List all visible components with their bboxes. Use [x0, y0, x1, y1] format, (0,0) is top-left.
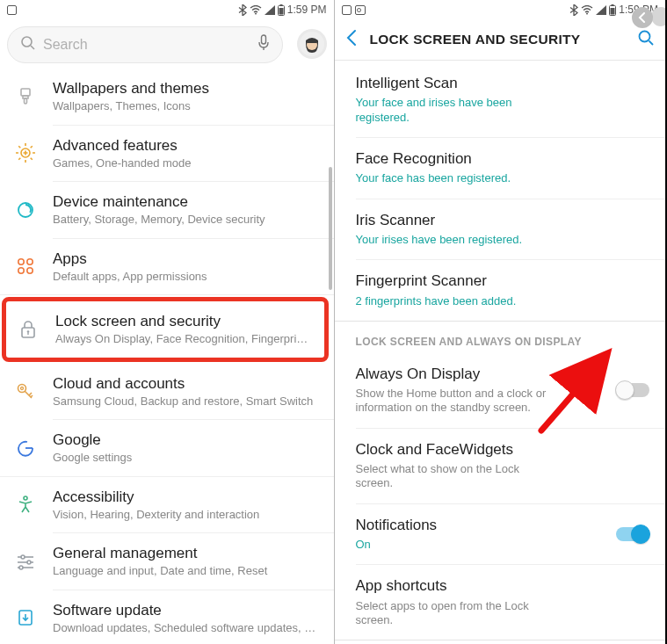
svg-rect-38: [611, 8, 615, 15]
highlight-lock-screen: Lock screen and security Always On Displ…: [2, 297, 329, 362]
settings-list: Wallpapers and themes Wallpapers, Themes…: [0, 69, 334, 644]
security-list: Intelligent Scan Your face and irises ha…: [335, 61, 666, 644]
status-time: 1:59 PM: [287, 4, 327, 16]
back-icon[interactable]: [345, 29, 358, 50]
svg-point-18: [18, 268, 24, 273]
item-title: Wallpapers and themes: [53, 79, 322, 98]
item-title: Advanced features: [53, 136, 322, 155]
svg-point-17: [27, 259, 33, 264]
section-header-lockscreen: LOCK SCREEN AND ALWAYS ON DISPLAY: [335, 322, 666, 353]
settings-item-general[interactable]: General management Language and input, D…: [0, 533, 334, 590]
search-placeholder: Search: [43, 37, 257, 53]
item-face-recognition[interactable]: Face Recognition Your face has been regi…: [335, 138, 666, 199]
settings-item-accessibility[interactable]: Accessibility Vision, Hearing, Dexterity…: [0, 477, 334, 533]
item-sub: Select apps to open from the Lock screen…: [356, 599, 558, 628]
item-sub: Your face and irises have been registere…: [356, 96, 558, 125]
wifi-icon: [581, 5, 593, 15]
item-sub: 2 fingerprints have been added.: [356, 294, 558, 308]
toggle-notifications[interactable]: [616, 527, 649, 541]
search-icon[interactable]: [637, 29, 655, 50]
item-sub: Samsung Cloud, Backup and restore, Smart…: [53, 394, 322, 409]
item-notifications[interactable]: Notifications On: [335, 504, 666, 565]
gear-plus-icon: [12, 142, 39, 163]
svg-point-19: [27, 268, 33, 273]
bluetooth-icon: [569, 4, 578, 16]
item-title: Lock screen and security: [55, 312, 312, 330]
svg-point-29: [27, 561, 31, 564]
settings-item-cloud[interactable]: Cloud and accounts Samsung Cloud, Backup…: [0, 364, 334, 420]
toggle-always-on[interactable]: [616, 383, 649, 397]
item-intelligent-scan[interactable]: Intelligent Scan Your face and irises ha…: [335, 62, 666, 137]
settings-item-device-maintenance[interactable]: Device maintenance Battery, Storage, Mem…: [0, 182, 334, 238]
svg-rect-3: [279, 8, 283, 15]
svg-point-35: [586, 12, 588, 14]
lock-screen-security-screen: 1:59 PM LOCK SCREEN AND SECURITY Intelli…: [334, 0, 666, 644]
apps-icon: [12, 256, 39, 277]
header: LOCK SCREEN AND SECURITY: [335, 19, 666, 60]
item-title: Cloud and accounts: [53, 374, 322, 393]
item-sub: Vision, Hearing, Dexterity and interacti…: [53, 508, 322, 522]
item-iris-scanner[interactable]: Iris Scanner Your irises have been regis…: [335, 199, 666, 260]
svg-point-21: [27, 330, 30, 333]
item-always-on-display[interactable]: Always On Display Show the Home button a…: [335, 353, 666, 428]
item-title: Fingerprint Scanner: [356, 272, 652, 290]
item-sub: Your irises have been registered.: [356, 233, 558, 247]
item-fingerprint-scanner[interactable]: Fingerprint Scanner 2 fingerprints have …: [335, 260, 666, 321]
svg-point-16: [18, 259, 24, 264]
svg-rect-2: [279, 4, 282, 6]
search-bar[interactable]: Search: [7, 26, 283, 63]
item-app-shortcuts[interactable]: App shortcuts Select apps to open from t…: [335, 565, 666, 640]
item-title: Clock and FaceWidgets: [356, 441, 652, 459]
item-sub: Show the Home button and a clock or info…: [356, 387, 558, 416]
item-sub: Games, One-handed mode: [53, 156, 322, 170]
svg-rect-6: [261, 35, 265, 44]
section-header-security: SECURITY: [335, 640, 666, 644]
search-icon: [20, 35, 36, 54]
svg-point-25: [24, 496, 27, 500]
back-dot-icon: [632, 7, 653, 28]
settings-item-lock-screen[interactable]: Lock screen and security Always On Displ…: [6, 301, 324, 358]
item-title: App shortcuts: [356, 577, 652, 595]
settings-item-wallpapers[interactable]: Wallpapers and themes Wallpapers, Themes…: [0, 69, 334, 125]
item-title: General management: [53, 544, 322, 562]
svg-line-5: [31, 46, 34, 49]
item-sub: Your face has been registered.: [356, 171, 558, 185]
item-title: Google: [53, 431, 322, 449]
item-sub: Select what to show on the Lock screen.: [356, 462, 558, 491]
google-icon: [12, 438, 39, 459]
settings-item-advanced[interactable]: Advanced features Games, One-handed mode: [0, 126, 334, 182]
mic-icon[interactable]: [257, 34, 270, 55]
bluetooth-icon: [238, 4, 247, 16]
battery-icon: [278, 4, 285, 16]
svg-point-27: [21, 555, 25, 559]
settings-screen: 1:59 PM Search Wallpapers and themes Wal…: [0, 0, 334, 644]
item-sub: Wallpapers, Themes, Icons: [53, 99, 322, 113]
svg-point-4: [22, 37, 32, 47]
brush-icon: [12, 86, 39, 107]
settings-item-software-update[interactable]: Software update Download updates, Schedu…: [0, 590, 334, 645]
settings-item-google[interactable]: Google Google settings: [0, 420, 334, 476]
download-icon: [12, 607, 39, 628]
overlay-dot: [651, 7, 665, 26]
sliders-icon: [12, 551, 39, 572]
app-icon: [342, 5, 352, 15]
svg-rect-10: [307, 40, 317, 43]
item-title: Apps: [53, 250, 322, 268]
scrollbar[interactable]: [328, 70, 333, 299]
svg-rect-13: [25, 98, 27, 104]
wifi-icon: [250, 5, 262, 15]
battery-icon: [609, 4, 616, 16]
signal-icon: [596, 5, 606, 15]
item-sub: Battery, Storage, Memory, Device securit…: [53, 213, 322, 227]
item-sub: On: [356, 538, 558, 552]
image-icon: [355, 5, 366, 15]
app-icon: [7, 5, 17, 15]
avatar[interactable]: [297, 29, 327, 59]
svg-rect-37: [612, 4, 614, 6]
lock-icon: [15, 319, 41, 340]
settings-item-apps[interactable]: Apps Default apps, App permissions: [0, 239, 334, 295]
item-clock-facewidgets[interactable]: Clock and FaceWidgets Select what to sho…: [335, 429, 666, 503]
item-title: Intelligent Scan: [356, 75, 652, 92]
svg-point-31: [19, 566, 23, 569]
item-title: Iris Scanner: [356, 212, 652, 229]
